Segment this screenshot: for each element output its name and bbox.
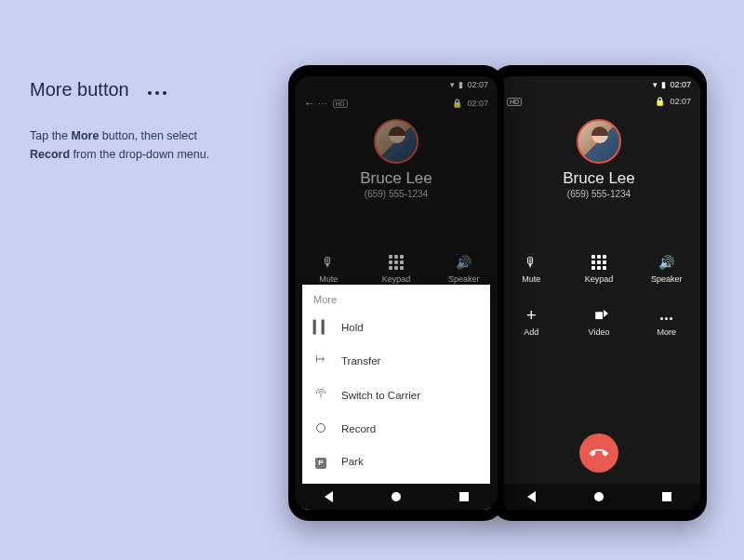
video-icon xyxy=(594,307,604,324)
keypad-icon xyxy=(591,255,606,270)
mic-icon xyxy=(525,254,538,271)
call-timer: 02:07 xyxy=(670,97,691,106)
avatar xyxy=(577,119,621,164)
hd-badge: HD xyxy=(507,98,522,106)
keypad-label: Keypad xyxy=(585,274,614,284)
menu-title: More xyxy=(302,285,490,311)
status-bar: ▾ ▮ 02:07 xyxy=(653,80,691,89)
add-button[interactable]: +Add xyxy=(498,306,565,337)
speaker-icon xyxy=(456,254,472,271)
phone-hangup-icon xyxy=(590,444,608,462)
speaker-button[interactable]: Speaker xyxy=(632,253,700,284)
transfer-icon xyxy=(313,353,328,368)
caller-info: Bruce Lee (659) 555-1234 xyxy=(498,119,700,199)
battery-icon: ▮ xyxy=(458,80,463,89)
keypad-icon xyxy=(389,255,404,270)
menu-label-switch: Switch to Carrier xyxy=(341,390,420,401)
mute-label: Mute xyxy=(522,274,540,284)
more-icon xyxy=(146,82,168,99)
record-icon xyxy=(313,421,328,435)
pause-icon: ▎▎ xyxy=(313,320,328,334)
caller-number: (659) 555-1234 xyxy=(498,189,700,199)
keypad-button[interactable]: Keypad xyxy=(565,253,633,284)
call-timer: 02:07 xyxy=(467,99,488,108)
menu-label-hold: Hold xyxy=(341,322,364,333)
android-navbar xyxy=(295,484,498,510)
speaker-label: Speaker xyxy=(651,274,683,284)
lock-icon xyxy=(452,99,462,108)
nav-back-icon[interactable] xyxy=(325,491,333,502)
hd-badge: HD xyxy=(333,100,348,108)
keypad-button[interactable]: Keypad xyxy=(363,253,431,284)
more-button[interactable]: More xyxy=(632,306,700,337)
dots-icon: ··· xyxy=(318,99,328,108)
keypad-label: Keypad xyxy=(382,274,411,284)
menu-item-switch-carrier[interactable]: Switch to Carrier xyxy=(302,378,490,412)
status-time: 02:07 xyxy=(670,80,691,89)
video-button[interactable]: Video xyxy=(565,306,633,337)
video-label: Video xyxy=(589,327,610,337)
battery-icon: ▮ xyxy=(661,80,666,89)
menu-label-transfer: Transfer xyxy=(341,355,380,367)
more-icon xyxy=(659,307,673,324)
status-time: 02:07 xyxy=(467,80,488,89)
nav-home-icon[interactable] xyxy=(392,492,401,501)
nav-recent-icon[interactable] xyxy=(459,492,469,501)
wifi-icon: ▾ xyxy=(653,80,658,89)
speaker-icon xyxy=(658,254,674,271)
caller-name: Bruce Lee xyxy=(498,169,700,188)
instructions-title: More button xyxy=(30,79,129,100)
add-label: Add xyxy=(524,327,538,337)
menu-item-hold[interactable]: ▎▎ Hold xyxy=(302,311,490,343)
header-row: HD 02:07 xyxy=(507,97,691,106)
park-icon: P xyxy=(313,454,328,469)
wifi-icon: ▾ xyxy=(450,80,455,89)
speaker-button[interactable]: Speaker xyxy=(430,253,498,284)
action-grid: Mute Keypad Speaker +Add Video More xyxy=(498,253,700,337)
phone-left-screen: ▾ ▮ 02:07 ← ··· HD 02:07 Bruce Lee (659)… xyxy=(295,76,498,510)
menu-item-transfer[interactable]: Transfer xyxy=(302,343,490,378)
plus-icon: + xyxy=(526,306,537,326)
speaker-label: Speaker xyxy=(448,274,480,284)
caller-info: Bruce Lee (659) 555-1234 xyxy=(295,119,498,199)
menu-label-park: Park xyxy=(341,456,364,467)
menu-item-park[interactable]: P Park xyxy=(302,445,490,478)
antenna-icon xyxy=(313,387,328,403)
nav-home-icon[interactable] xyxy=(594,492,604,501)
action-grid: Mute Keypad Speaker xyxy=(295,253,498,284)
end-call-button[interactable] xyxy=(579,433,618,473)
nav-recent-icon[interactable] xyxy=(662,492,671,501)
mute-button[interactable]: Mute xyxy=(295,253,363,284)
caller-name: Bruce Lee xyxy=(295,169,498,188)
menu-item-record[interactable]: Record xyxy=(302,412,490,445)
avatar xyxy=(374,119,418,164)
back-arrow-icon[interactable]: ← xyxy=(304,97,315,110)
phone-right-screen: ▾ ▮ 02:07 HD 02:07 Bruce Lee (659) 555-1… xyxy=(498,76,700,510)
more-label: More xyxy=(657,327,676,337)
menu-label-record: Record xyxy=(341,423,376,434)
instructions-body: Tap the More button, then select Record … xyxy=(30,127,290,164)
mute-button[interactable]: Mute xyxy=(498,253,565,284)
instructions-panel: More button Tap the More button, then se… xyxy=(30,79,290,164)
lock-icon xyxy=(655,97,665,106)
mute-label: Mute xyxy=(319,274,338,284)
more-menu: More ▎▎ Hold Transfer Switch to Carrier … xyxy=(302,285,490,510)
mic-icon xyxy=(322,254,335,271)
status-bar: ▾ ▮ 02:07 xyxy=(450,80,488,89)
header-row: ← ··· HD 02:07 xyxy=(304,97,488,110)
android-navbar xyxy=(498,484,700,510)
phone-right: ▾ ▮ 02:07 HD 02:07 Bruce Lee (659) 555-1… xyxy=(491,65,707,521)
caller-number: (659) 555-1234 xyxy=(295,189,498,199)
phone-left: ▾ ▮ 02:07 ← ··· HD 02:07 Bruce Lee (659)… xyxy=(288,65,504,521)
nav-back-icon[interactable] xyxy=(527,491,536,502)
